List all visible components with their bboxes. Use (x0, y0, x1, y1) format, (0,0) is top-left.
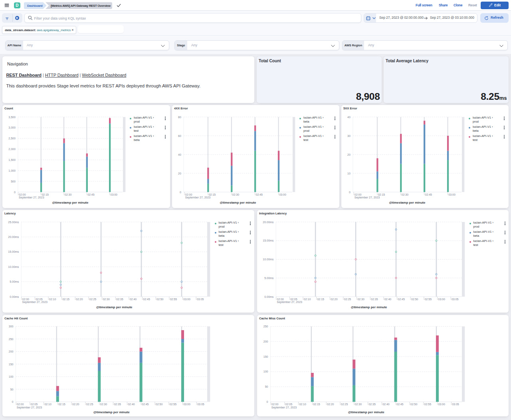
svg-text:02:15: 02:15 (209, 193, 216, 196)
svg-text:02:30: 02:30 (402, 193, 409, 196)
svg-text:02:05: 02:05 (36, 298, 43, 301)
svg-text:0: 0 (267, 400, 268, 403)
svg-text:02:05: 02:05 (285, 403, 293, 406)
svg-text:100: 100 (9, 375, 14, 378)
svg-text:0: 0 (14, 191, 16, 194)
svg-text:02:10: 02:10 (49, 298, 56, 301)
svg-text:02:40: 02:40 (130, 298, 137, 301)
svg-text:0.00ms: 0.00ms (264, 295, 273, 298)
svg-text:02:15: 02:15 (62, 298, 69, 301)
svg-text:40: 40 (347, 116, 351, 119)
svg-text:02:40: 02:40 (384, 298, 392, 301)
svg-text:02:30: 02:30 (355, 403, 362, 406)
svg-text:250: 250 (263, 325, 268, 328)
svg-text:40: 40 (178, 153, 181, 156)
svg-text:02:50: 02:50 (156, 298, 164, 301)
svg-text:02:55: 02:55 (424, 403, 432, 406)
svg-text:02:10: 02:10 (299, 403, 306, 406)
svg-text:03:00: 03:00 (279, 193, 286, 196)
svg-text:300: 300 (9, 325, 14, 328)
svg-text:03:00: 03:00 (438, 298, 445, 301)
svg-text:02:45: 02:45 (143, 298, 150, 301)
svg-text:250: 250 (9, 338, 14, 341)
svg-text:500: 500 (11, 180, 16, 183)
svg-text:3,000: 3,000 (8, 126, 16, 129)
svg-text:02:55: 02:55 (170, 298, 177, 301)
svg-text:02:00: 02:00 (22, 298, 30, 301)
svg-text:02:50: 02:50 (410, 403, 418, 406)
svg-text:02:25: 02:25 (89, 298, 97, 301)
svg-text:02:50: 02:50 (411, 298, 418, 301)
svg-text:September 27, 2023: September 27, 2023 (277, 301, 303, 304)
svg-text:@timestamp per minute: @timestamp per minute (351, 305, 387, 309)
svg-text:1,000: 1,000 (8, 169, 16, 172)
svg-text:02:15: 02:15 (378, 193, 385, 196)
svg-text:03:00: 03:00 (448, 193, 456, 196)
svg-text:100: 100 (263, 370, 268, 373)
svg-text:50: 50 (265, 385, 268, 388)
svg-text:02:25: 02:25 (86, 403, 93, 406)
svg-text:02:20: 02:20 (76, 298, 83, 301)
svg-text:10.00ms: 10.00ms (8, 265, 19, 268)
svg-text:03:05: 03:05 (452, 298, 459, 301)
svg-text:02:15: 02:15 (317, 298, 324, 301)
svg-text:[Metrics AWS] API Gateway REST: [Metrics AWS] API Gateway REST Overview (51, 4, 111, 8)
svg-text:02:25: 02:25 (344, 298, 351, 301)
svg-text:0.00ms: 0.00ms (10, 295, 19, 298)
svg-text:02:35: 02:35 (114, 403, 121, 406)
svg-text:@timestamp per minute: @timestamp per minute (96, 305, 133, 309)
svg-text:10: 10 (347, 172, 351, 175)
svg-text:20.00ms: 20.00ms (263, 221, 273, 224)
svg-text:5.00ms: 5.00ms (264, 277, 273, 279)
svg-text:@timestamp per minute: @timestamp per minute (389, 201, 425, 204)
svg-text:03:00: 03:00 (438, 403, 445, 406)
svg-text:02:45: 02:45 (425, 193, 432, 196)
svg-text:02:30: 02:30 (103, 298, 110, 301)
svg-text:200: 200 (263, 340, 268, 343)
svg-text:5.00ms: 5.00ms (10, 280, 19, 283)
svg-text:80: 80 (178, 116, 181, 119)
svg-text:September 27, 2023: September 27, 2023 (355, 196, 380, 199)
svg-text:02:25: 02:25 (341, 403, 348, 406)
svg-text:02:20: 02:20 (72, 403, 79, 406)
svg-text:02:00: 02:00 (277, 298, 284, 301)
svg-text:@timestamp per minute: @timestamp per minute (220, 201, 256, 204)
svg-text:2,000: 2,000 (8, 148, 16, 151)
svg-text:50: 50 (10, 388, 14, 391)
svg-text:15.00ms: 15.00ms (263, 239, 273, 242)
svg-text:02:55: 02:55 (425, 298, 432, 301)
svg-text:03:05: 03:05 (197, 403, 204, 406)
svg-text:20.00ms: 20.00ms (8, 236, 19, 238)
svg-text:03:00: 03:00 (183, 403, 190, 406)
svg-text:02:05: 02:05 (290, 298, 297, 301)
svg-text:15.00ms: 15.00ms (8, 250, 19, 253)
svg-text:02:35: 02:35 (371, 298, 378, 301)
svg-text:02:30: 02:30 (65, 193, 72, 196)
svg-text:02:15: 02:15 (313, 403, 320, 406)
svg-text:0: 0 (349, 191, 351, 194)
svg-text:03:05: 03:05 (452, 403, 459, 406)
svg-text:02:30: 02:30 (100, 403, 107, 406)
svg-text:02:10: 02:10 (304, 298, 311, 301)
svg-text:20: 20 (347, 153, 351, 156)
svg-text:02:35: 02:35 (368, 403, 376, 406)
svg-text:02:00: 02:00 (355, 193, 362, 196)
svg-text:02:40: 02:40 (382, 403, 390, 406)
svg-text:02:50: 02:50 (156, 403, 163, 406)
svg-text:02:45: 02:45 (87, 193, 95, 196)
svg-text:02:30: 02:30 (232, 193, 240, 196)
svg-text:@timestamp per minute: @timestamp per minute (348, 410, 384, 414)
svg-text:02:40: 02:40 (128, 403, 135, 406)
svg-text:02:30: 02:30 (357, 298, 364, 301)
svg-text:September 27, 2023: September 27, 2023 (17, 406, 42, 409)
svg-text:September 27, 2023: September 27, 2023 (19, 196, 44, 199)
svg-text:September 27, 2023: September 27, 2023 (22, 301, 48, 304)
svg-text:3,500: 3,500 (8, 116, 16, 119)
svg-text:20: 20 (178, 172, 181, 175)
svg-text:@timestamp per minute: @timestamp per minute (93, 410, 130, 414)
svg-text:02:15: 02:15 (42, 193, 49, 196)
svg-text:02:55: 02:55 (170, 403, 177, 406)
svg-text:@timestamp per minute: @timestamp per minute (52, 201, 88, 204)
svg-text:150: 150 (9, 363, 14, 366)
svg-text:10.00ms: 10.00ms (263, 258, 273, 261)
